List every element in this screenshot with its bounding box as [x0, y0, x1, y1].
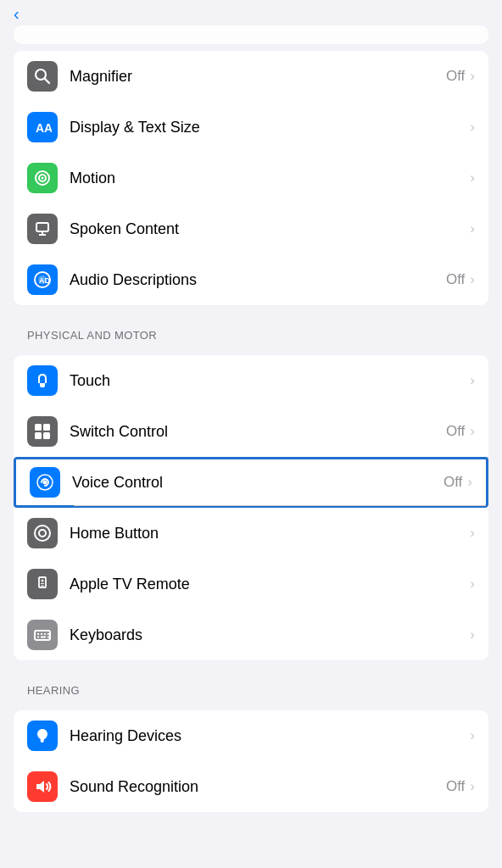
navigation-header: ‹ [0, 0, 502, 22]
svg-rect-28 [37, 637, 39, 638]
svg-rect-13 [43, 424, 50, 431]
svg-point-21 [42, 580, 44, 582]
switch-value: Off [446, 423, 465, 440]
sound-label: Sound Recognition [70, 778, 446, 796]
settings-row-audio[interactable]: AD Audio DescriptionsOff› [14, 254, 488, 305]
svg-rect-29 [41, 637, 46, 638]
svg-rect-14 [35, 432, 42, 439]
audio-label: Audio Descriptions [70, 271, 446, 289]
audio-value: Off [446, 271, 465, 288]
settings-row-sound[interactable]: Sound RecognitionOff› [14, 761, 488, 812]
section-header-hearing: HEARING [0, 667, 502, 704]
voice-icon [30, 467, 60, 498]
sound-value: Off [446, 778, 465, 795]
keyboard-chevron-icon: › [470, 626, 475, 643]
sound-icon [27, 771, 58, 802]
settings-row-display[interactable]: AA Display & Text Size› [14, 102, 488, 153]
motion-label: Motion [70, 170, 470, 187]
svg-point-17 [43, 481, 47, 485]
motion-chevron-icon: › [470, 170, 475, 186]
svg-rect-31 [47, 637, 49, 638]
settings-group-physical: Touch› Switch ControlOff› Voice ControlO… [14, 355, 488, 660]
motion-icon [27, 163, 58, 193]
svg-rect-6 [36, 223, 48, 231]
touch-label: Touch [70, 372, 470, 390]
settings-row-touch[interactable]: Touch› [14, 355, 488, 406]
svg-rect-24 [35, 631, 50, 640]
home-icon [27, 518, 58, 548]
home-label: Home Button [70, 525, 470, 542]
settings-row-appletv[interactable]: Apple TV Remote› [14, 559, 488, 609]
settings-row-voice[interactable]: Voice ControlOff› [14, 457, 488, 508]
appletv-label: Apple TV Remote [70, 576, 470, 593]
settings-group-hearing: Hearing Devices› Sound RecognitionOff› [14, 710, 488, 812]
audio-chevron-icon: › [470, 271, 475, 288]
display-icon: AA [27, 112, 58, 142]
back-chevron-icon: ‹ [14, 4, 20, 24]
svg-rect-23 [41, 586, 44, 587]
svg-point-18 [35, 526, 50, 541]
hearing-devices-label: Hearing Devices [70, 727, 470, 745]
settings-row-home[interactable]: Home Button› [14, 508, 488, 559]
appletv-chevron-icon: › [470, 576, 475, 593]
settings-group-vision-continued: MagnifierOff› AA Display & Text Size› Mo… [14, 51, 488, 305]
partial-row [14, 25, 488, 42]
display-chevron-icon: › [470, 119, 475, 136]
voice-value: Off [443, 474, 462, 491]
svg-rect-12 [35, 424, 42, 431]
svg-point-19 [39, 530, 46, 537]
sound-chevron-icon: › [470, 778, 475, 795]
settings-row-hearing-devices[interactable]: Hearing Devices› [14, 710, 488, 761]
spoken-chevron-icon: › [470, 220, 475, 237]
settings-content: MagnifierOff› AA Display & Text Size› Mo… [0, 51, 502, 812]
svg-point-5 [42, 177, 44, 180]
touch-icon [27, 365, 58, 396]
svg-rect-27 [44, 633, 46, 635]
back-button[interactable]: ‹ [14, 4, 23, 24]
voice-label: Voice Control [72, 474, 443, 492]
svg-rect-25 [37, 633, 39, 635]
svg-rect-22 [41, 583, 44, 584]
touch-chevron-icon: › [470, 372, 475, 389]
audio-icon: AD [27, 264, 58, 295]
magnifier-chevron-icon: › [470, 68, 475, 85]
keyboard-icon [27, 620, 58, 650]
magnifier-value: Off [446, 68, 465, 85]
home-chevron-icon: › [470, 525, 475, 542]
spoken-icon [27, 214, 58, 244]
hearing-devices-chevron-icon: › [470, 727, 475, 744]
settings-row-spoken[interactable]: Spoken Content› [14, 203, 488, 254]
section-header-physical: PHYSICAL AND MOTOR [0, 312, 502, 348]
spoken-label: Spoken Content [70, 220, 470, 238]
appletv-icon [27, 569, 58, 599]
magnifier-label: Magnifier [70, 68, 446, 86]
switch-icon [27, 416, 58, 447]
display-label: Display & Text Size [70, 119, 470, 136]
keyboard-label: Keyboards [70, 626, 470, 644]
svg-rect-30 [47, 633, 49, 635]
magnifier-icon [27, 61, 58, 92]
svg-rect-15 [43, 432, 50, 439]
svg-text:AA: AA [36, 121, 52, 135]
svg-line-1 [45, 79, 50, 84]
svg-rect-26 [41, 633, 42, 635]
switch-chevron-icon: › [470, 423, 475, 440]
svg-text:AD: AD [39, 276, 50, 285]
hearing-devices-icon [27, 721, 58, 751]
settings-row-motion[interactable]: Motion› [14, 153, 488, 203]
settings-row-keyboard[interactable]: Keyboards› [14, 609, 488, 660]
settings-row-switch[interactable]: Switch ControlOff› [14, 406, 488, 457]
switch-label: Switch Control [70, 423, 446, 441]
voice-chevron-icon: › [467, 474, 472, 491]
settings-row-magnifier[interactable]: MagnifierOff› [14, 51, 488, 102]
